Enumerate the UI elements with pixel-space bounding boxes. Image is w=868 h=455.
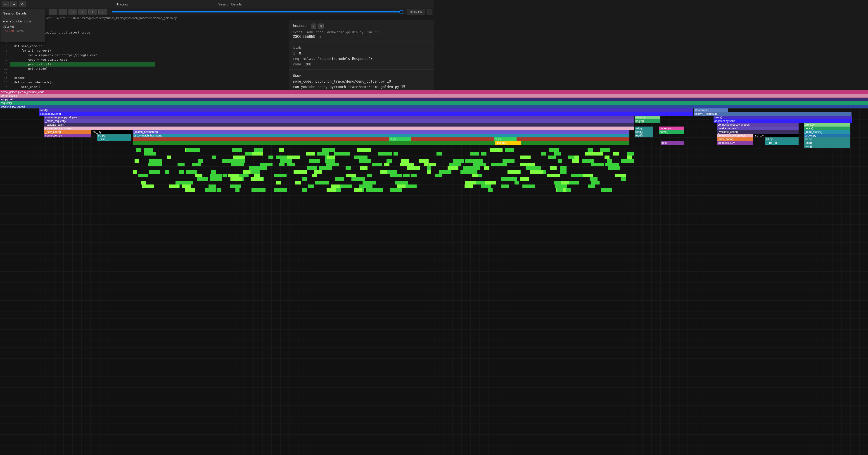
flame-block[interactable] — [354, 188, 362, 192]
flame-block[interactable] — [356, 148, 370, 152]
flame-block[interactable] — [309, 159, 320, 163]
flame-block[interactable] — [383, 152, 393, 155]
step-into-button[interactable]: ⌄ — [98, 9, 107, 15]
flame-block[interactable] — [205, 188, 216, 192]
flame-block[interactable] — [276, 181, 281, 184]
flame-block[interactable] — [178, 163, 185, 166]
flame-block[interactable] — [142, 184, 154, 188]
flame-block[interactable]: adapters.py:send — [39, 112, 434, 116]
flame-block[interactable] — [283, 188, 287, 192]
flame-block[interactable] — [360, 166, 368, 170]
flame-block[interactable] — [359, 159, 371, 163]
flame-block[interactable]: api.py:get — [0, 97, 434, 101]
flame-block[interactable] — [230, 184, 240, 188]
flame-block[interactable]: request() — [0, 101, 434, 105]
flame-block[interactable]: connection.py:connect — [44, 126, 434, 130]
flame-block[interactable] — [367, 174, 372, 177]
flame-block[interactable]: send() — [39, 108, 434, 112]
flame-block[interactable] — [337, 152, 350, 155]
flame-block[interactable] — [243, 170, 251, 174]
flame-block[interactable] — [231, 163, 244, 166]
flame-block[interactable] — [149, 159, 162, 163]
flame-block[interactable] — [280, 159, 292, 163]
flame-block[interactable] — [427, 170, 431, 174]
flame-block[interactable] — [327, 188, 336, 192]
flame-block[interactable]: ssl.py:match_hostname — [133, 134, 434, 137]
flame-block[interactable] — [138, 174, 148, 177]
flame-block[interactable] — [340, 184, 352, 188]
flame-block[interactable]: _match_hostname() — [133, 130, 434, 134]
flame-block[interactable] — [394, 152, 398, 155]
flame-block[interactable] — [134, 159, 138, 163]
flame-block[interactable] — [238, 159, 241, 163]
flame-block[interactable] — [293, 170, 307, 174]
flame-block[interactable] — [406, 184, 412, 188]
ignore-file-button[interactable]: Ignore File — [407, 9, 425, 15]
step-back-button[interactable]: ◂ — [68, 9, 77, 15]
flame-block[interactable] — [307, 166, 317, 170]
flame-graph[interactable]: demo_golden.py:run_youtube_codesome_code… — [0, 90, 434, 227]
flame-block[interactable] — [141, 181, 146, 184]
flame-block[interactable] — [269, 155, 273, 159]
flame-block[interactable] — [427, 166, 431, 170]
step-over-button[interactable]: ▾ — [88, 9, 97, 15]
flame-block[interactable] — [325, 159, 335, 163]
flame-block[interactable] — [287, 155, 300, 159]
flame-block[interactable] — [251, 177, 263, 181]
flame-block[interactable] — [210, 177, 222, 181]
flame-block[interactable] — [144, 152, 156, 155]
flame-block[interactable] — [321, 152, 329, 155]
flame-block[interactable] — [149, 163, 162, 166]
flame-block[interactable] — [279, 148, 284, 152]
flame-block[interactable] — [390, 174, 402, 177]
flame-block[interactable] — [397, 184, 405, 188]
flame-block[interactable] — [335, 177, 344, 181]
flame-block[interactable] — [210, 174, 222, 177]
flame-block[interactable] — [395, 181, 408, 184]
flame-block[interactable] — [222, 174, 227, 177]
flame-block[interactable] — [312, 174, 317, 177]
flame-block[interactable] — [133, 141, 434, 145]
flame-block[interactable] — [404, 163, 414, 166]
flame-block[interactable] — [255, 188, 261, 192]
flame-block[interactable] — [234, 155, 245, 159]
flame-block[interactable] — [322, 148, 335, 152]
flame-block[interactable] — [279, 163, 284, 166]
flame-block[interactable] — [198, 159, 203, 163]
flame-block[interactable]: _new_conn() — [44, 130, 91, 134]
flame-block[interactable] — [424, 163, 429, 166]
flame-block[interactable] — [359, 184, 372, 188]
flame-block[interactable]: _validate_conn() — [44, 123, 434, 126]
flame-block[interactable] — [276, 155, 286, 159]
flame-block[interactable]: ssl_.py — [92, 130, 132, 134]
more-menu-button[interactable]: ⋯ — [2, 1, 9, 7]
flame-block[interactable]: some_code() — [0, 94, 434, 97]
inspector-s-button[interactable]: S — [318, 24, 323, 29]
flame-block[interactable] — [287, 163, 296, 166]
flame-block[interactable] — [133, 170, 137, 174]
flame-block[interactable] — [211, 170, 216, 174]
flame-block[interactable] — [185, 188, 195, 192]
flame-block[interactable] — [167, 155, 171, 159]
flame-block[interactable] — [209, 184, 216, 188]
flame-block[interactable] — [296, 181, 301, 184]
flame-block[interactable] — [384, 163, 390, 166]
ignore-file-dropdown[interactable]: ˅ — [427, 9, 432, 15]
flame-block[interactable] — [302, 177, 307, 181]
flame-block[interactable] — [217, 188, 221, 192]
flame-block[interactable] — [251, 170, 260, 174]
flame-block[interactable] — [165, 170, 169, 174]
flame-block[interactable] — [346, 174, 356, 177]
step-forward-button[interactable]: ▸ — [79, 9, 87, 15]
flame-block[interactable] — [136, 148, 141, 152]
flame-block[interactable] — [230, 177, 243, 181]
flame-block[interactable] — [327, 155, 336, 159]
flame-block[interactable] — [317, 152, 321, 155]
flame-block[interactable] — [401, 159, 409, 163]
flame-block[interactable] — [319, 166, 332, 170]
flame-block[interactable] — [252, 152, 263, 155]
flame-block[interactable] — [180, 181, 193, 184]
flame-block[interactable] — [254, 174, 260, 177]
flame-block[interactable] — [326, 163, 339, 166]
flame-block[interactable] — [419, 159, 429, 163]
